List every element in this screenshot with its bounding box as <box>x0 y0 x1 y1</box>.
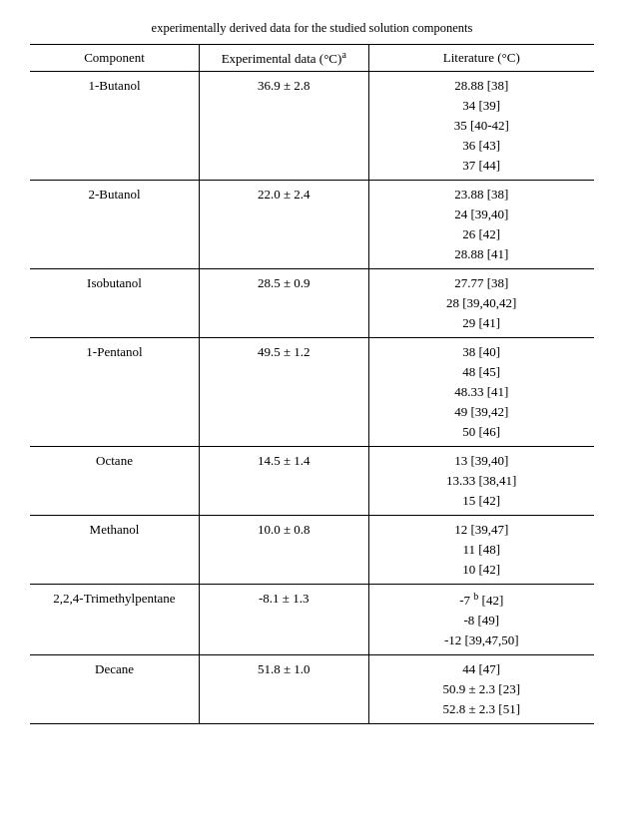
table-row: 49 [39,42] <box>30 402 594 422</box>
cell-component <box>30 313 200 338</box>
cell-literature: 27.77 [38] <box>368 268 594 293</box>
cell-component <box>30 699 200 724</box>
cell-component <box>30 679 200 699</box>
cell-literature: 50 [46] <box>368 422 594 447</box>
cell-literature: -12 [39,47,50] <box>368 630 594 655</box>
table-row: 11 [48] <box>30 540 594 560</box>
table-row: 24 [39,40] <box>30 205 594 224</box>
cell-experimental <box>200 382 369 402</box>
cell-experimental <box>200 540 369 560</box>
table-caption: experimentally derived data for the stud… <box>30 20 594 38</box>
table-row: 2,2,4-Trimethylpentane-8.1 ± 1.3-7 b [42… <box>30 584 594 611</box>
cell-experimental <box>200 156 369 181</box>
exp-superscript: a <box>341 49 345 60</box>
cell-literature: 26 [42] <box>368 224 594 244</box>
cell-experimental <box>200 471 369 491</box>
cell-component <box>30 293 200 313</box>
header-literature: Literature (°C) <box>368 44 594 71</box>
cell-component: Isobutanol <box>30 268 200 293</box>
cell-experimental <box>200 244 369 269</box>
cell-literature: 24 [39,40] <box>368 205 594 224</box>
cell-component <box>30 402 200 422</box>
cell-experimental <box>200 699 369 724</box>
table-row: Methanol10.0 ± 0.812 [39,47] <box>30 515 594 540</box>
cell-literature: 28 [39,40,42] <box>368 293 594 313</box>
cell-experimental: 14.5 ± 1.4 <box>200 446 369 471</box>
cell-component <box>30 205 200 224</box>
header-component: Component <box>30 44 200 71</box>
cell-literature: 10 [42] <box>368 560 594 585</box>
cell-component: 2,2,4-Trimethylpentane <box>30 584 200 611</box>
cell-literature: 48 [45] <box>368 362 594 382</box>
cell-experimental <box>200 422 369 447</box>
table-row: -8 [49] <box>30 611 594 630</box>
cell-experimental <box>200 679 369 699</box>
cell-literature: 52.8 ± 2.3 [51] <box>368 699 594 724</box>
cell-literature: -8 [49] <box>368 611 594 630</box>
cell-literature: 11 [48] <box>368 540 594 560</box>
cell-experimental: 10.0 ± 0.8 <box>200 515 369 540</box>
table-row: Octane14.5 ± 1.413 [39,40] <box>30 446 594 471</box>
lit-superscript: b <box>473 591 478 602</box>
cell-experimental <box>200 313 369 338</box>
cell-experimental: -8.1 ± 1.3 <box>200 584 369 611</box>
cell-literature: 35 [40-42] <box>368 116 594 136</box>
cell-experimental <box>200 630 369 655</box>
cell-component <box>30 382 200 402</box>
cell-literature: 44 [47] <box>368 655 594 680</box>
table-row: -12 [39,47,50] <box>30 630 594 655</box>
cell-literature: -7 b [42] <box>368 584 594 611</box>
table-row: 36 [43] <box>30 136 594 156</box>
cell-literature: 49 [39,42] <box>368 402 594 422</box>
cell-literature: 28.88 [38] <box>368 71 594 96</box>
cell-component <box>30 96 200 116</box>
cell-experimental <box>200 116 369 136</box>
table-row: 28.88 [41] <box>30 244 594 269</box>
table-row: 37 [44] <box>30 156 594 181</box>
table-row: 29 [41] <box>30 313 594 338</box>
cell-component <box>30 224 200 244</box>
cell-component <box>30 540 200 560</box>
cell-literature: 29 [41] <box>368 313 594 338</box>
cell-component: 1-Butanol <box>30 71 200 96</box>
cell-experimental <box>200 402 369 422</box>
table-row: 50.9 ± 2.3 [23] <box>30 679 594 699</box>
table-row: 10 [42] <box>30 560 594 585</box>
cell-component: Methanol <box>30 515 200 540</box>
table-row: 2-Butanol22.0 ± 2.423.88 [38] <box>30 180 594 205</box>
cell-experimental: 49.5 ± 1.2 <box>200 337 369 362</box>
table-row: 48.33 [41] <box>30 382 594 402</box>
cell-experimental <box>200 491 369 516</box>
table-row: 1-Pentanol49.5 ± 1.238 [40] <box>30 337 594 362</box>
cell-experimental: 28.5 ± 0.9 <box>200 268 369 293</box>
cell-experimental: 36.9 ± 2.8 <box>200 71 369 96</box>
table-row: 48 [45] <box>30 362 594 382</box>
cell-component <box>30 630 200 655</box>
cell-literature: 13.33 [38,41] <box>368 471 594 491</box>
cell-component <box>30 362 200 382</box>
cell-component <box>30 491 200 516</box>
cell-experimental <box>200 362 369 382</box>
cell-experimental <box>200 96 369 116</box>
cell-literature: 37 [44] <box>368 156 594 181</box>
table-row: 52.8 ± 2.3 [51] <box>30 699 594 724</box>
cell-experimental <box>200 560 369 585</box>
table-row: 35 [40-42] <box>30 116 594 136</box>
cell-literature: 38 [40] <box>368 337 594 362</box>
cell-experimental <box>200 136 369 156</box>
table-row: 1-Butanol36.9 ± 2.828.88 [38] <box>30 71 594 96</box>
header-experimental: Experimental data (°C)a <box>200 44 369 71</box>
table-row: 15 [42] <box>30 491 594 516</box>
cell-literature: 28.88 [41] <box>368 244 594 269</box>
data-table: Component Experimental data (°C)a Litera… <box>30 44 594 725</box>
cell-experimental: 51.8 ± 1.0 <box>200 655 369 680</box>
cell-literature: 23.88 [38] <box>368 180 594 205</box>
table-row: Decane51.8 ± 1.044 [47] <box>30 655 594 680</box>
cell-experimental <box>200 205 369 224</box>
cell-component <box>30 611 200 630</box>
cell-literature: 15 [42] <box>368 491 594 516</box>
cell-component <box>30 136 200 156</box>
cell-component <box>30 116 200 136</box>
cell-component <box>30 471 200 491</box>
cell-component <box>30 560 200 585</box>
